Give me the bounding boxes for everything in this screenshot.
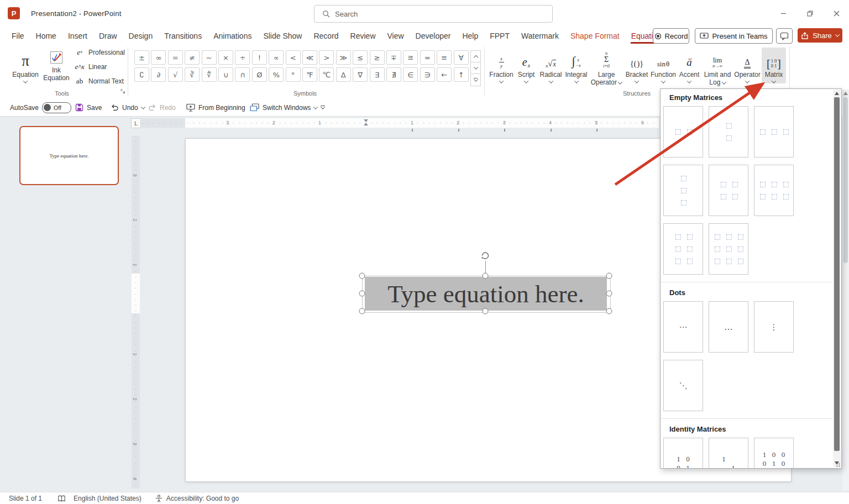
tab-stop[interactable] (551, 129, 552, 132)
equation-button[interactable]: π Equation (10, 48, 41, 83)
tab-help[interactable]: Help (462, 28, 479, 44)
matrix-option-dots-2[interactable]: … (709, 301, 748, 353)
symbol-button-1-12[interactable]: > (319, 50, 334, 65)
matrix-option-empty-8[interactable] (709, 223, 748, 275)
window-scrollbar[interactable] (842, 90, 849, 491)
comments-button[interactable] (776, 28, 793, 44)
symbol-button-2-16[interactable]: ∄ (386, 67, 401, 82)
symbol-button-2-4[interactable]: ∛ (185, 67, 200, 82)
matrix-option-identity-3[interactable]: 100010001 (754, 438, 794, 468)
resize-handle-mid-left[interactable] (359, 291, 365, 297)
resize-handle-top-right[interactable] (606, 273, 612, 279)
switch-windows-button[interactable]: Switch Windows (250, 99, 317, 116)
symbol-button-2-17[interactable]: ∈ (403, 67, 418, 82)
structure-limit-and-log-button[interactable]: limn→∞Limit andLog (702, 48, 733, 86)
symbol-button-1-8[interactable]: ! (252, 50, 267, 65)
slide-thumbnail-1[interactable]: Type equation here. (19, 126, 119, 185)
record-button[interactable]: Record (653, 28, 689, 44)
matrix-option-empty-6[interactable] (754, 165, 794, 216)
matrix-option-dots-3[interactable]: ⋮ (754, 301, 794, 353)
accessibility-button[interactable]: Accessibility: Good to go (155, 495, 239, 502)
symbol-button-1-5[interactable]: ~ (202, 50, 217, 65)
tab-record[interactable]: Record (313, 28, 339, 44)
symbol-button-1-16[interactable]: ∓ (386, 50, 401, 65)
structure-large-operator-button[interactable]: nΣi=0LargeOperator (589, 48, 623, 86)
matrix-option-empty-4[interactable] (663, 165, 703, 216)
symbol-button-1-3[interactable]: = (168, 50, 183, 65)
symbol-button-2-5[interactable]: ∜ (202, 67, 217, 82)
structure-radical-button[interactable]: n√xRadical (538, 48, 563, 83)
symbol-button-1-6[interactable]: × (218, 50, 233, 65)
tab-file[interactable]: File (11, 28, 25, 44)
equation-textbox[interactable]: Type equation here. (365, 277, 607, 311)
tab-draw[interactable]: Draw (98, 28, 118, 44)
professional-button[interactable]: eˣ Professional (74, 46, 125, 59)
symbol-button-2-20[interactable]: ↑ (454, 67, 469, 82)
matrix-option-identity-2[interactable]: 11 (709, 438, 748, 468)
qat-overflow-button[interactable] (321, 99, 325, 116)
matrix-option-empty-7[interactable] (663, 223, 703, 275)
symbol-button-2-2[interactable]: ∂ (151, 67, 166, 82)
matrix-option-empty-1[interactable] (663, 106, 703, 158)
from-beginning-button[interactable]: From Beginning (186, 99, 245, 116)
structure-accent-button[interactable]: äAccent (677, 48, 702, 83)
tab-shape-format[interactable]: Shape Format (570, 28, 620, 44)
structure-fraction-button[interactable]: xyFraction (489, 48, 514, 83)
matrix-option-empty-5[interactable] (709, 165, 748, 216)
rotation-handle[interactable] (480, 250, 491, 263)
symbol-button-2-10[interactable]: ° (286, 67, 301, 82)
symbol-button-2-9[interactable]: % (269, 67, 284, 82)
structure-operator-button[interactable]: ΔOperator (733, 48, 762, 83)
symbol-button-1-2[interactable]: ∞ (151, 50, 166, 65)
structure-bracket-button[interactable]: {( )}Bracket (623, 48, 650, 83)
share-button[interactable]: Share (798, 28, 842, 43)
resize-handle-bottom-left[interactable] (359, 308, 365, 314)
resize-handle-bottom-right[interactable] (606, 308, 612, 314)
symbol-button-1-20[interactable]: ∀ (454, 50, 469, 65)
tab-review[interactable]: Review (350, 28, 376, 44)
present-in-teams-button[interactable]: Present in Teams (695, 28, 773, 44)
symbol-button-1-17[interactable]: ≅ (403, 50, 418, 65)
symbol-button-2-7[interactable]: ∩ (235, 67, 250, 82)
symbol-button-2-15[interactable]: ∃ (370, 67, 385, 82)
symbol-button-2-12[interactable]: ℃ (319, 67, 334, 82)
tab-developer[interactable]: Developer (415, 28, 452, 44)
restore-button[interactable] (797, 0, 822, 27)
tab-watermark[interactable]: Watermark (521, 28, 559, 44)
symbol-button-1-13[interactable]: ≫ (336, 50, 351, 65)
resize-handle-top-left[interactable] (359, 273, 365, 279)
matrix-option-identity-1[interactable]: 1001 (663, 438, 703, 468)
window-scrollbar-thumb[interactable] (843, 97, 848, 263)
matrix-option-empty-3[interactable] (754, 106, 794, 158)
menu-scrollbar[interactable] (833, 90, 841, 467)
symbol-button-1-14[interactable]: ≤ (353, 50, 368, 65)
symbol-button-2-14[interactable]: ∇ (353, 67, 368, 82)
symbol-button-2-6[interactable]: ∪ (218, 67, 233, 82)
symbol-button-1-10[interactable]: < (286, 50, 301, 65)
search-input[interactable]: Search (314, 5, 553, 23)
menu-resize-grip[interactable] (836, 463, 840, 467)
resize-handle-top-mid[interactable] (483, 273, 489, 279)
structure-script-button[interactable]: exScript (514, 48, 538, 83)
symbol-button-2-13[interactable]: Δ (336, 67, 351, 82)
tab-stop[interactable] (596, 129, 598, 132)
structure-function-button[interactable]: sin θFunction (650, 48, 677, 83)
indent-marker[interactable] (364, 119, 368, 125)
symbol-button-1-1[interactable]: ± (134, 50, 149, 65)
symbols-scroll-down-button[interactable] (470, 62, 481, 75)
tab-insert[interactable]: Insert (67, 28, 88, 44)
symbol-button-2-18[interactable]: ∋ (420, 67, 435, 82)
symbol-button-2-8[interactable]: Ø (252, 67, 267, 82)
symbol-button-1-18[interactable]: ≈ (420, 50, 435, 65)
minimize-button[interactable] (771, 0, 796, 27)
symbol-button-2-19[interactable]: ← (437, 67, 452, 82)
structure-integral-button[interactable]: ∫x−xIntegral (563, 48, 589, 83)
tab-stop[interactable] (458, 129, 459, 132)
symbols-scroll-up-button[interactable] (470, 50, 481, 63)
redo-button[interactable]: Redo (148, 99, 176, 116)
resize-handle-mid-right[interactable] (606, 291, 612, 297)
matrix-option-dots-4[interactable]: ⋱ (663, 360, 703, 411)
symbol-button-2-1[interactable]: ∁ (134, 67, 149, 82)
symbol-button-1-19[interactable]: ≡ (437, 50, 452, 65)
tab-animations[interactable]: Animations (213, 28, 252, 44)
